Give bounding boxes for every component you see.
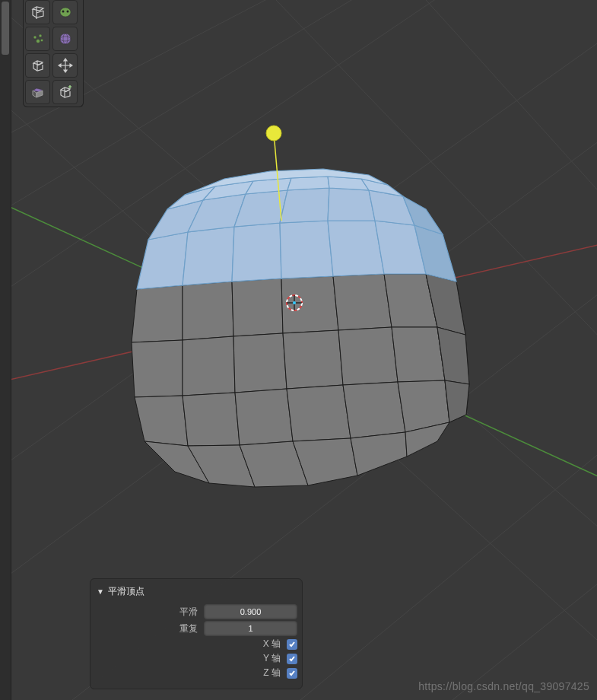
svg-marker-28: [235, 389, 293, 445]
svg-marker-19: [132, 340, 183, 397]
monkey-head-icon[interactable]: [52, 0, 78, 24]
3d-cursor: [287, 295, 302, 310]
svg-marker-26: [135, 396, 188, 446]
z-axis-label: Z 轴: [95, 667, 287, 679]
y-axis-label: Y 轴: [95, 652, 287, 665]
svg-marker-84: [59, 64, 61, 67]
svg-point-70: [60, 8, 71, 17]
scrollbar-thumb[interactable]: [2, 2, 9, 55]
cube-wire-icon[interactable]: [25, 0, 50, 24]
svg-point-77: [60, 33, 71, 44]
svg-line-11: [392, 0, 597, 198]
y-axis-checkbox[interactable]: [287, 654, 297, 664]
viewport-scrollbar[interactable]: [0, 0, 11, 700]
svg-marker-83: [64, 70, 67, 72]
svg-marker-42: [137, 232, 188, 289]
svg-marker-44: [232, 223, 281, 282]
x-axis-label: X 轴: [95, 638, 287, 651]
mesh-object: [132, 169, 469, 487]
svg-point-64: [266, 126, 281, 141]
operator-title: 平滑顶点: [108, 585, 144, 598]
svg-marker-13: [183, 282, 233, 340]
watermark-text: https://blog.csdn.net/qq_39097425: [418, 680, 589, 692]
svg-point-74: [39, 34, 42, 37]
repeat-field[interactable]: 1: [204, 621, 297, 636]
operator-panel: ▼ 平滑顶点 平滑 0.900 重复 1 X 轴 Y 轴 Z 轴: [90, 578, 303, 689]
svg-marker-82: [64, 59, 67, 61]
svg-marker-14: [232, 278, 283, 336]
svg-marker-46: [328, 221, 384, 276]
svg-marker-16: [333, 274, 392, 330]
z-axis-checkbox[interactable]: [287, 668, 297, 679]
tool-panel: [23, 0, 84, 107]
svg-line-6: [300, 449, 597, 700]
svg-point-69: [293, 301, 296, 304]
svg-marker-15: [281, 276, 338, 333]
smoothing-label: 平滑: [95, 606, 204, 619]
operator-panel-header[interactable]: ▼ 平滑顶点: [95, 584, 297, 603]
cube-add-icon[interactable]: [52, 80, 78, 104]
svg-marker-52: [280, 188, 329, 223]
svg-marker-12: [132, 285, 183, 342]
x-axis-checkbox[interactable]: [287, 639, 297, 650]
svg-point-71: [62, 11, 64, 13]
cube-outline-icon[interactable]: [25, 53, 50, 78]
disclosure-triangle-icon: ▼: [97, 587, 104, 596]
svg-marker-85: [70, 64, 72, 67]
svg-marker-30: [343, 382, 405, 438]
svg-point-76: [40, 39, 43, 42]
svg-point-72: [66, 11, 68, 13]
metaball-icon[interactable]: [25, 27, 50, 51]
svg-marker-29: [287, 385, 351, 441]
cube-extrude-icon[interactable]: [25, 80, 50, 104]
uv-sphere-icon[interactable]: [52, 27, 78, 51]
svg-point-73: [33, 36, 37, 39]
svg-marker-24: [392, 327, 445, 382]
svg-marker-59: [287, 177, 329, 190]
repeat-label: 重复: [95, 622, 204, 635]
svg-marker-21: [233, 333, 287, 393]
svg-marker-53: [328, 188, 375, 221]
svg-marker-37: [351, 432, 407, 476]
svg-marker-22: [283, 330, 343, 389]
svg-marker-27: [183, 393, 240, 446]
svg-marker-23: [338, 327, 398, 385]
axis-move-icon[interactable]: [52, 53, 78, 78]
smoothing-field[interactable]: 0.900: [204, 604, 297, 619]
svg-point-75: [36, 40, 40, 43]
svg-marker-43: [183, 227, 234, 285]
svg-marker-20: [183, 336, 235, 396]
svg-marker-45: [280, 221, 333, 278]
